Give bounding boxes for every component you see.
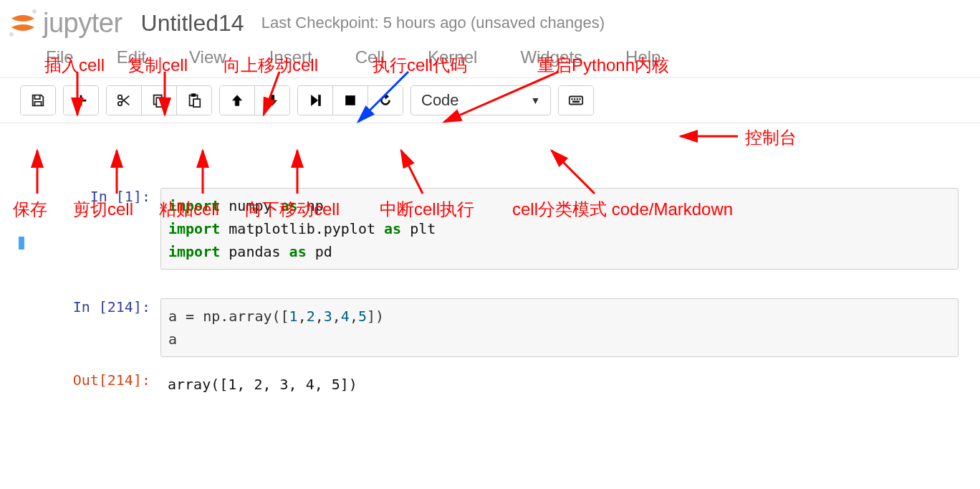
cell-type-label: Code — [421, 91, 459, 110]
jupyter-logo[interactable]: jupyter — [7, 7, 123, 39]
move-up-button[interactable] — [220, 86, 254, 115]
copy-cell-button[interactable] — [141, 86, 176, 115]
keyboard-icon — [568, 92, 584, 108]
input-prompt: In [214]: — [7, 298, 160, 315]
paste-cell-button[interactable] — [176, 86, 211, 115]
menu-kernel[interactable]: Kernel — [428, 47, 477, 67]
restart-icon — [378, 92, 393, 108]
menu-insert[interactable]: Insert — [269, 47, 312, 67]
svg-line-28 — [401, 151, 423, 194]
insert-cell-button[interactable] — [64, 86, 98, 115]
svg-rect-5 — [156, 98, 164, 107]
code-source[interactable]: a = np.array([1,2,3,4,5]) a — [160, 298, 959, 357]
jupyter-logo-icon — [7, 7, 39, 39]
svg-point-15 — [580, 98, 581, 100]
output-text: array([1, 2, 3, 4, 5]) — [160, 371, 959, 397]
svg-rect-10 — [346, 96, 355, 105]
menu-cell[interactable]: Cell — [355, 47, 385, 67]
interrupt-button[interactable] — [332, 86, 368, 115]
code-source[interactable]: import numpy as np import matplotlib.pyp… — [160, 188, 959, 270]
svg-rect-8 — [193, 99, 200, 107]
run-cell-button[interactable] — [298, 86, 332, 115]
paste-icon — [186, 92, 202, 108]
toolbar: Code ▼ — [0, 82, 980, 118]
svg-rect-9 — [319, 95, 321, 106]
notebook-container: In [1]: import numpy as np import matplo… — [0, 188, 980, 397]
ann-console: 控制台 — [745, 126, 797, 149]
svg-rect-11 — [570, 97, 582, 105]
svg-point-12 — [572, 98, 573, 100]
plus-icon — [73, 92, 89, 108]
cell-type-select[interactable]: Code ▼ — [410, 85, 551, 115]
restart-kernel-button[interactable] — [368, 86, 403, 115]
output-prompt: Out[214]: — [7, 371, 160, 389]
svg-rect-16 — [573, 101, 580, 103]
svg-point-0 — [32, 9, 37, 14]
copy-icon — [151, 92, 167, 108]
code-cell[interactable]: In [214]: a = np.array([1,2,3,4,5]) a — [7, 298, 980, 357]
divider — [0, 123, 980, 123]
menu-file[interactable]: File — [46, 47, 74, 67]
svg-point-14 — [577, 98, 578, 100]
chevron-down-icon: ▼ — [531, 95, 541, 106]
save-icon — [30, 92, 46, 108]
save-button[interactable] — [21, 86, 55, 115]
menu-widgets[interactable]: Widgets — [520, 47, 582, 67]
cell-select-marker — [19, 237, 24, 250]
svg-point-13 — [575, 98, 576, 100]
svg-point-1 — [9, 32, 14, 37]
run-icon — [307, 92, 323, 108]
cut-cell-button[interactable] — [107, 86, 141, 115]
stop-icon — [342, 92, 358, 108]
menu-view[interactable]: View — [189, 47, 226, 67]
move-down-button[interactable] — [254, 86, 289, 115]
command-palette-button[interactable] — [559, 86, 593, 115]
arrow-down-icon — [264, 92, 280, 108]
svg-line-29 — [552, 151, 595, 194]
checkpoint-text: Last Checkpoint: 5 hours ago (unsaved ch… — [261, 14, 605, 32]
jupyter-wordmark: jupyter — [43, 8, 123, 39]
output-cell: Out[214]: array([1, 2, 3, 4, 5]) — [7, 371, 980, 397]
code-cell[interactable]: In [1]: import numpy as np import matplo… — [7, 188, 980, 270]
jupyter-header: jupyter Untitled14 Last Checkpoint: 5 ho… — [0, 0, 980, 39]
input-prompt: In [1]: — [7, 188, 160, 205]
divider — [0, 77, 980, 78]
svg-rect-7 — [191, 94, 196, 97]
menu-edit[interactable]: Edit — [117, 47, 146, 67]
notebook-title[interactable]: Untitled14 — [141, 10, 244, 37]
menu-help[interactable]: Help — [625, 47, 660, 67]
menu-bar: File Edit View Insert Cell Kernel Widget… — [0, 39, 980, 73]
scissors-icon — [116, 92, 132, 108]
arrow-up-icon — [229, 92, 245, 108]
